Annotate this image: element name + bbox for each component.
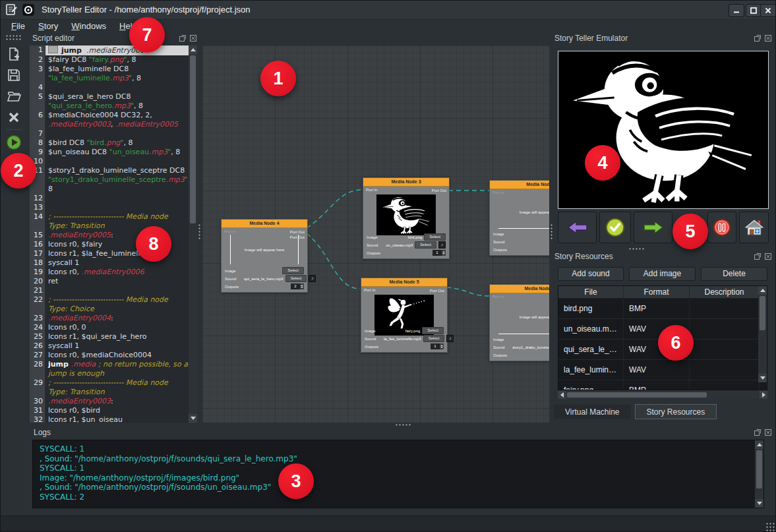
script-line[interactable]: 30.mediaEntry0003: [30,397,189,406]
script-line[interactable]: 3$la_fee_luminelle DC8 "la_fee_luminelle… [30,65,189,83]
script-line[interactable]: 1jump .mediaEntry0004 [30,45,189,55]
menu-bar[interactable]: FileStoryWindowsHelp [1,20,776,32]
select-image-button[interactable]: Select [282,267,304,274]
float-icon[interactable] [754,34,761,42]
select-sound-button[interactable]: Select [423,335,445,342]
scroll-left-button[interactable] [558,391,566,399]
select-sound-button[interactable]: Select [415,241,436,249]
script-line[interactable]: 22; --------------------------- Media no… [30,295,189,314]
scrollbar-thumb[interactable] [190,55,196,223]
select-image-button[interactable]: Select [424,233,446,241]
minimize-button[interactable] [729,4,744,17]
add-image-button[interactable]: Add image [629,267,696,281]
script-line[interactable]: 11$story1_drako_luminelle_sceptre DC8 "s… [30,166,189,194]
column-header[interactable]: File [558,286,624,298]
script-line[interactable]: 5$qui_sera_le_hero DC8 "qui_sera_le_hero… [30,92,189,111]
spinner-arrows[interactable] [442,250,446,256]
scroll-down-button[interactable] [189,414,197,423]
title-bar[interactable]: StoryTeller Editor - /home/anthony/ostpr… [1,1,776,20]
scrollbar-thumb[interactable] [760,296,765,330]
menu-story[interactable]: Story [32,21,65,31]
script-line[interactable]: 9$un_oiseau DC8 "un_oiseau.mp3", 8 [30,148,189,157]
node-canvas[interactable]: Media Node 4Port InPort OutPort OutImage… [202,45,549,423]
script-line[interactable]: 26syscall 1 [30,341,189,351]
script-line[interactable]: 27lcons r0, $mediaChoice0004 [30,351,189,360]
script-line[interactable]: 6$mediaChoice0004 DC32, 2, .mediaEntry00… [30,111,189,129]
toolbar-drag-handle[interactable] [5,34,22,40]
media-node[interactable]: Media Node 6Port InImage will appear her… [489,284,549,361]
emulator-next-button[interactable] [634,212,672,243]
outputs-spinner[interactable]: 1 [433,250,446,256]
script-editor-scrollbar[interactable] [189,45,197,423]
select-sound-button[interactable]: Select [285,275,307,282]
float-icon[interactable] [179,34,187,42]
port-in-label[interactable]: Port In [492,295,504,299]
table-row[interactable]: fairy.pngBMP [558,380,767,390]
scroll-right-button[interactable] [760,391,767,399]
script-line[interactable]: 19lcons r0, .mediaEntry0006 [30,268,189,277]
script-line[interactable]: 29; --------------------------- Media no… [30,378,189,397]
delete-button[interactable]: Delete [701,267,767,281]
vertical-splitter-right[interactable] [550,223,554,241]
script-line[interactable]: 13 [30,203,189,212]
port-out-label[interactable]: Port Out [290,229,305,235]
script-line[interactable]: 21 [30,286,189,295]
script-line[interactable]: 7 [30,129,189,138]
close-icon[interactable] [764,252,772,260]
script-line[interactable]: 4 [30,83,189,92]
resources-vscrollbar[interactable] [758,286,767,382]
scroll-down-button[interactable] [758,374,767,382]
media-node[interactable]: Media Node 3Port InPort OutImagebird.png… [363,177,450,259]
table-row[interactable]: bird.pngBMP [558,299,767,319]
close-icon[interactable] [189,34,197,42]
logs-scrollbar[interactable] [755,440,763,508]
close-button[interactable] [760,4,776,17]
script-line[interactable]: 24lcons r0, 0 [30,323,189,332]
script-editor[interactable]: 1jump .mediaEntry00042$fairy DC8 "fairy.… [30,45,197,423]
close-icon[interactable] [764,34,772,42]
maximize-button[interactable] [746,4,761,17]
script-line[interactable]: 12 [30,194,189,203]
port-in-label[interactable]: Port In [224,229,236,233]
logs-panel[interactable]: SYSCALL: 1, Sound: "/home/anthony/ostpro… [32,440,764,508]
port-in-label[interactable]: Port In [364,288,376,292]
script-line[interactable]: 23.mediaEntry0004: [30,314,189,323]
add-sound-button[interactable]: Add sound [558,267,624,281]
outputs-spinner[interactable]: 2 [291,283,304,289]
scroll-up-button[interactable] [755,440,763,449]
new-file-button[interactable] [5,45,23,63]
scrollbar-thumb[interactable] [567,392,707,398]
scroll-up-button[interactable] [189,45,197,54]
media-node[interactable]: Media Node 4Port InPort OutPort OutImage… [221,219,308,293]
spinner-arrows[interactable] [300,283,304,289]
outputs-spinner[interactable]: 1 [431,343,444,349]
port-in-label[interactable]: Port In [492,191,504,194]
menu-windows[interactable]: Windows [65,21,113,31]
vertical-splitter-left[interactable] [198,223,202,241]
select-image-button[interactable]: Select [422,327,444,334]
spinner-arrows[interactable] [440,343,444,349]
clear-button[interactable] [5,108,23,127]
script-line[interactable]: 8$bird DC8 "bird.png", 8 [30,138,189,148]
table-row[interactable]: la_fee_luminelle.mp3WAV [558,360,767,380]
script-line[interactable]: 10 [30,157,189,166]
sound-play-icon[interactable]: ♪ [438,241,446,249]
media-node[interactable]: Media NodePort InImage will appear hereI… [489,180,549,256]
column-header[interactable]: Description [690,286,760,298]
run-button[interactable] [5,133,23,152]
scroll-up-button[interactable] [758,286,767,295]
script-line[interactable]: 2$fairy DC8 "fairy.png", 8 [30,55,189,65]
sound-play-icon[interactable]: ♪ [446,335,454,342]
script-line[interactable]: 18syscall 1 [30,258,189,268]
save-button[interactable] [5,66,23,84]
float-icon[interactable] [754,252,761,260]
resources-hscrollbar[interactable] [558,391,767,399]
port-in-label[interactable]: Port In [366,188,378,192]
script-line[interactable]: 32lcons r1, $un_oiseau [30,415,189,423]
port-out-label[interactable]: Port Out [432,188,446,193]
script-line[interactable]: 14; --------------------------- Media no… [30,212,189,231]
script-line[interactable]: 25lcons r1, $qui_sera_le_hero [30,332,189,341]
script-line[interactable]: 20ret [30,277,189,286]
emulator-home-button[interactable] [739,212,769,243]
column-header[interactable]: Format [624,286,690,298]
